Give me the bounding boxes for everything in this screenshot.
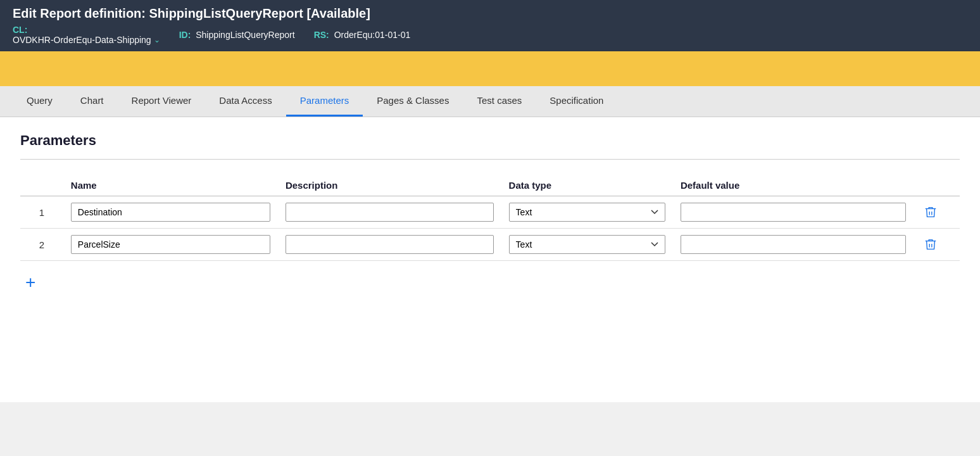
row-2-num: 2 xyxy=(20,229,63,261)
row-2-default-input[interactable] xyxy=(681,235,906,254)
row-2-name-input[interactable] xyxy=(71,235,270,254)
id-label: ID: xyxy=(179,30,191,40)
col-header-num xyxy=(20,175,63,196)
tabs-bar: Query Chart Report Viewer Data Access Pa… xyxy=(0,86,980,117)
row-2-type-select[interactable]: Text Number Date Boolean xyxy=(509,235,665,254)
row-1-default-cell xyxy=(673,196,914,229)
row-1-action-cell xyxy=(914,196,960,229)
row-1-name-cell xyxy=(63,196,278,229)
cl-section: CL: OVDKHR-OrderEqu-Data-Shipping ⌄ xyxy=(13,25,160,45)
rs-section: RS: OrderEqu:01-01-01 xyxy=(314,30,411,40)
section-divider xyxy=(20,159,960,160)
section-title: Parameters xyxy=(20,132,960,149)
row-1-delete-button[interactable] xyxy=(921,203,940,222)
col-header-data-type: Data type xyxy=(501,175,673,196)
row-1-name-input[interactable] xyxy=(71,203,270,222)
trash-icon xyxy=(924,205,938,219)
row-2-action-cell xyxy=(914,229,960,261)
row-1-desc-input[interactable] xyxy=(286,203,494,222)
id-section: ID: ShippingListQueryReport xyxy=(179,30,295,40)
page-title: Edit Report definition: ShippingListQuer… xyxy=(13,6,967,21)
header: Edit Report definition: ShippingListQuer… xyxy=(0,0,980,51)
col-header-name: Name xyxy=(63,175,278,196)
trash-icon xyxy=(924,238,938,251)
tab-parameters[interactable]: Parameters xyxy=(286,86,363,117)
cl-label: CL: xyxy=(13,25,27,35)
tab-data-access[interactable]: Data Access xyxy=(205,86,286,117)
cl-value[interactable]: OVDKHR-OrderEqu-Data-Shipping ⌄ xyxy=(13,35,160,45)
yellow-banner xyxy=(0,51,980,86)
parameters-table: Name Description Data type Default value… xyxy=(20,175,960,261)
id-value: ShippingListQueryReport xyxy=(196,30,294,40)
col-header-description: Description xyxy=(278,175,501,196)
tab-specification[interactable]: Specification xyxy=(536,86,617,117)
rs-label: RS: xyxy=(314,30,329,40)
col-header-default-value: Default value xyxy=(673,175,914,196)
header-meta: CL: OVDKHR-OrderEqu-Data-Shipping ⌄ ID: … xyxy=(13,25,967,45)
row-2-desc-input[interactable] xyxy=(286,235,494,254)
row-2-default-cell xyxy=(673,229,914,261)
tab-pages-classes[interactable]: Pages & Classes xyxy=(363,86,463,117)
row-2-desc-cell xyxy=(278,229,501,261)
tab-chart[interactable]: Chart xyxy=(66,86,118,117)
tab-report-viewer[interactable]: Report Viewer xyxy=(118,86,206,117)
add-parameter-button[interactable]: + xyxy=(20,271,41,294)
row-1-default-input[interactable] xyxy=(681,203,906,222)
row-1-num: 1 xyxy=(20,196,63,229)
row-1-type-cell: Text Number Date Boolean xyxy=(501,196,673,229)
table-row: 2 Text Number Date Boolean xyxy=(20,229,960,261)
row-1-desc-cell xyxy=(278,196,501,229)
table-row: 1 Text Number Date Boolean xyxy=(20,196,960,229)
row-1-type-select[interactable]: Text Number Date Boolean xyxy=(509,203,665,222)
tab-test-cases[interactable]: Test cases xyxy=(463,86,536,117)
tab-query[interactable]: Query xyxy=(13,86,66,117)
row-2-delete-button[interactable] xyxy=(921,235,940,254)
cl-dropdown-icon[interactable]: ⌄ xyxy=(154,35,160,44)
main-content: Parameters Name Description Data type De… xyxy=(0,117,980,402)
rs-value: OrderEqu:01-01-01 xyxy=(334,30,411,40)
col-header-action xyxy=(914,175,960,196)
row-2-type-cell: Text Number Date Boolean xyxy=(501,229,673,261)
row-2-name-cell xyxy=(63,229,278,261)
